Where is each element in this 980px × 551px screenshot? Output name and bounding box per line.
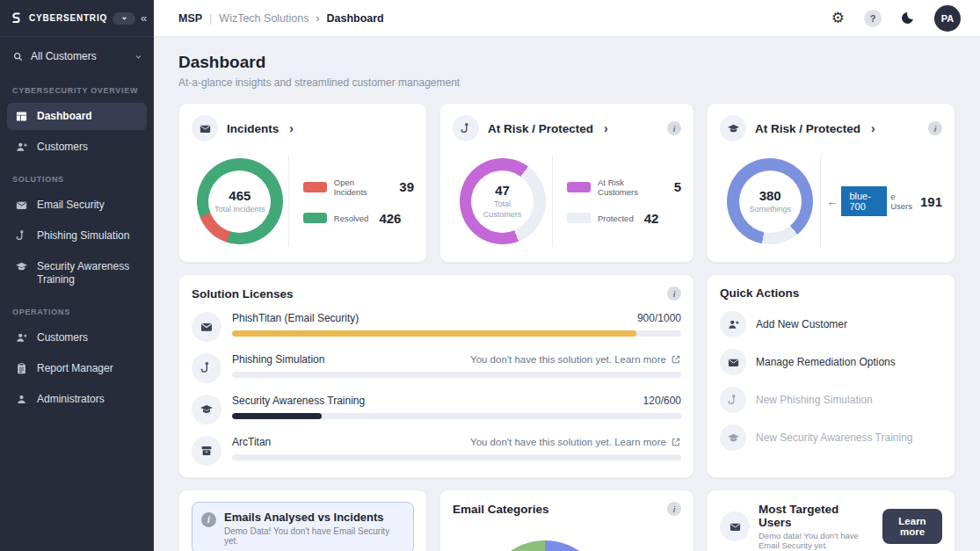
breadcrumb-page: Dashboard bbox=[326, 12, 383, 25]
progress-bar bbox=[232, 413, 322, 419]
users-donut-chart: 380 Somethings bbox=[727, 158, 813, 244]
page-content: Dashboard At-a-glance insights and strea… bbox=[154, 37, 980, 551]
quick-action-add-new-customer[interactable]: Add New Customer bbox=[720, 311, 942, 337]
chevron-right-icon[interactable]: › bbox=[289, 121, 294, 135]
envelope-icon bbox=[720, 349, 746, 375]
hook-icon bbox=[192, 353, 221, 383]
most-targeted-users-card: Most Targeted Users Demo data! You don't… bbox=[707, 489, 955, 551]
card-title: Quick Actions bbox=[720, 286, 942, 300]
add-customer-icon bbox=[720, 311, 746, 337]
donut-center-label: Total Incidents bbox=[209, 205, 271, 214]
sidebar-item-label: Email Security bbox=[37, 199, 105, 212]
chevron-right-icon[interactable]: › bbox=[604, 121, 608, 135]
sidebar-item-label: Security Awareness Training bbox=[37, 260, 139, 286]
envelope-icon bbox=[192, 115, 218, 141]
graduation-cap-icon bbox=[192, 395, 221, 424]
card-title[interactable]: At Risk / Protected bbox=[755, 122, 860, 135]
info-icon[interactable]: i bbox=[928, 121, 942, 135]
learn-more-link[interactable]: You don't have this solution yet. Learn … bbox=[470, 354, 681, 365]
quick-action-new-phishing-simulation[interactable]: New Phishing Simulation bbox=[720, 387, 942, 413]
sidebar-collapse-button[interactable]: « bbox=[141, 11, 147, 25]
dark-mode-moon-icon[interactable] bbox=[901, 11, 915, 25]
learn-more-link[interactable]: You don't have this solution yet. Learn … bbox=[470, 437, 681, 447]
sidebar-item-report-manager[interactable]: Report Manager bbox=[7, 355, 147, 382]
sidebar-item-security-awareness-training[interactable]: Security Awareness Training bbox=[7, 253, 147, 294]
email-categories-card: Email Categories i 10343 SpamMalwarePhis… bbox=[439, 489, 694, 551]
info-icon[interactable]: i bbox=[667, 286, 681, 301]
sidebar-item-phishing-simulation[interactable]: Phishing Simulation bbox=[7, 222, 147, 250]
hook-icon bbox=[720, 387, 746, 413]
info-icon: i bbox=[201, 512, 216, 527]
page-title: Dashboard bbox=[178, 53, 955, 72]
donut-center-value: 380 bbox=[759, 188, 781, 203]
customer-filter[interactable]: All Customers bbox=[0, 37, 154, 74]
graduation-cap-icon bbox=[720, 424, 746, 451]
license-row-phishtitan: PhishTitan (Email Security) 900/1000 bbox=[192, 312, 681, 342]
at-risk-protected-customers-card: At Risk / Protected › i 47 Total Custome… bbox=[439, 103, 694, 263]
license-row-arctitan: ArcTitan You don't have this solution ye… bbox=[192, 436, 681, 466]
sidebar-item-administrators[interactable]: Administrators bbox=[7, 386, 147, 413]
dashboard-grid: Incidents › 465 Total Incidents bbox=[178, 103, 955, 551]
legend-partial-label: e Users bbox=[890, 192, 913, 211]
customers-donut-chart: 47 Total Customers bbox=[460, 158, 546, 244]
progress-track bbox=[232, 372, 681, 378]
breadcrumb-pipe: | bbox=[209, 12, 212, 25]
progress-bar bbox=[232, 330, 636, 337]
top-actions: ⚙ ? PA bbox=[831, 5, 961, 32]
info-icon[interactable]: i bbox=[667, 121, 681, 135]
learn-more-button[interactable]: Learn more bbox=[882, 509, 942, 544]
card-title: Solution Licenses bbox=[192, 287, 294, 301]
sidebar: CYBERSENTRIQ « All Customers CYBERSECURI… bbox=[0, 0, 154, 551]
clipboard-icon bbox=[15, 362, 28, 375]
dashboard-icon bbox=[15, 110, 28, 123]
card-subtitle: Demo data! You don't have Email Security… bbox=[759, 531, 874, 550]
sidebar-item-operations-customers[interactable]: Customers bbox=[7, 324, 147, 352]
chevron-down-icon bbox=[134, 52, 143, 62]
sidebar-item-email-security[interactable]: Email Security bbox=[7, 192, 147, 219]
chart-title: Emails Analysed vs Incidents bbox=[224, 511, 404, 524]
info-icon[interactable]: i bbox=[667, 502, 681, 516]
legend-swatch bbox=[303, 182, 327, 192]
card-title[interactable]: At Risk / Protected bbox=[488, 122, 593, 135]
app-title: CYBERSENTRIQ bbox=[29, 13, 107, 23]
customers-icon bbox=[15, 331, 28, 344]
page-subtitle: At-a-glance insights and streamlined cus… bbox=[178, 76, 955, 89]
cybersentriq-logo-icon bbox=[9, 11, 24, 25]
progress-track bbox=[232, 454, 681, 460]
card-title[interactable]: Incidents bbox=[227, 122, 279, 135]
help-icon[interactable]: ? bbox=[864, 10, 882, 27]
emails-vs-incidents-card: i Emails Analysed vs Incidents Demo Data… bbox=[178, 489, 427, 551]
donut-center-label: Total Customers bbox=[471, 199, 534, 220]
quick-action-new-security-awareness-training[interactable]: New Security Awareness Training bbox=[720, 424, 942, 451]
legend-swatch bbox=[567, 213, 591, 223]
incidents-card: Incidents › 465 Total Incidents bbox=[178, 103, 427, 263]
license-row-security-awareness-training: Security Awareness Training 120/600 bbox=[192, 395, 681, 424]
envelope-icon bbox=[720, 511, 750, 541]
external-link-icon bbox=[671, 437, 681, 447]
sidebar-item-customers[interactable]: Customers bbox=[7, 134, 147, 161]
sidebar-item-label: Phishing Simulation bbox=[37, 229, 129, 243]
chart-demo-note: Demo Data! You don't have Email Security… bbox=[224, 526, 404, 546]
legend-item: Protected 42 bbox=[567, 211, 681, 226]
sidebar-item-dashboard[interactable]: Dashboard bbox=[7, 103, 147, 130]
license-row-phishing-simulation: Phishing Simulation You don't have this … bbox=[192, 353, 681, 383]
license-usage: 120/600 bbox=[643, 395, 681, 407]
breadcrumb-customer[interactable]: WizTech Solutions bbox=[219, 12, 309, 25]
at-risk-protected-users-card: At Risk / Protected › i 380 Somethings bbox=[707, 103, 955, 263]
sidebar-item-label: Dashboard bbox=[37, 110, 92, 123]
settings-gear-icon[interactable]: ⚙ bbox=[831, 11, 845, 25]
quick-actions-card: Quick Actions Add New Customer Manage Re… bbox=[707, 274, 955, 478]
workspace-switcher-badge[interactable] bbox=[113, 12, 135, 25]
main-area: MSP | WizTech Solutions › Dashboard ⚙ ? … bbox=[154, 0, 980, 551]
solution-licenses-card: Solution Licenses i PhishTitan (Email Se… bbox=[178, 274, 694, 478]
sidebar-section-overview: CYBERSECURITY OVERVIEW bbox=[12, 86, 142, 95]
breadcrumb-root[interactable]: MSP bbox=[178, 12, 202, 25]
hook-icon bbox=[453, 115, 479, 141]
legend-item: Resolved 426 bbox=[303, 211, 414, 226]
chevron-right-icon[interactable]: › bbox=[871, 121, 875, 135]
legend-item-with-tooltip: ← blue-700 e Users 191 bbox=[826, 186, 942, 216]
logo-row: CYBERSENTRIQ « bbox=[0, 0, 154, 37]
user-avatar[interactable]: PA bbox=[934, 5, 961, 32]
search-icon bbox=[12, 51, 24, 62]
quick-action-manage-remediation[interactable]: Manage Remediation Options bbox=[720, 349, 942, 375]
